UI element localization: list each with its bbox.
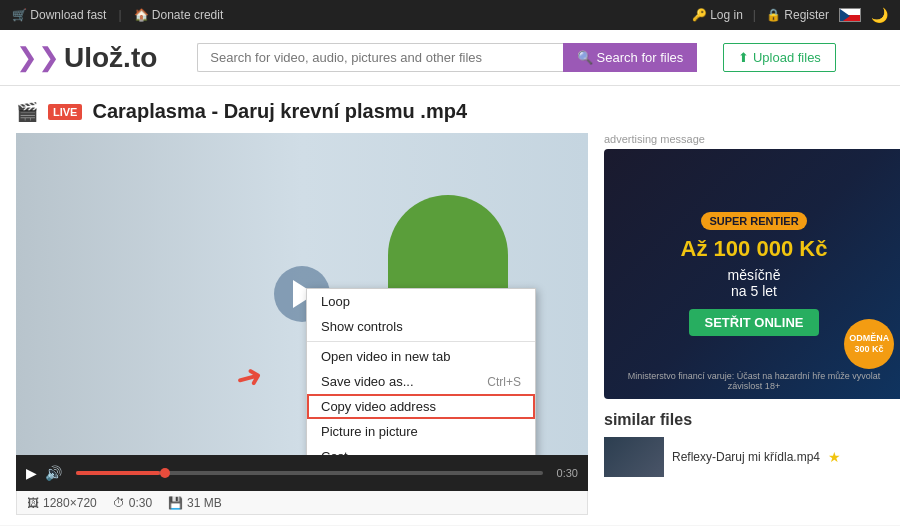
video-info-bar: 🖼 1280×720 ⏱ 0:30 💾 31 MB (16, 491, 588, 515)
ctx-show-controls[interactable]: Show controls (307, 314, 535, 339)
duration-info: ⏱ 0:30 (113, 496, 152, 510)
search-button[interactable]: 🔍 Search for files (563, 43, 697, 72)
video-area: ➜ Loop Show controls Open video in new t… (16, 133, 588, 515)
ad-title: Až 100 000 Kč (681, 236, 828, 262)
top-bar-left: 🛒 Download fast | 🏠 Donate credit (12, 8, 223, 22)
size-info: 💾 31 MB (168, 496, 222, 510)
ad-banner[interactable]: SUPER RENTIER Až 100 000 Kč měsíčněna 5 … (604, 149, 900, 399)
ctx-cast[interactable]: Cast... (307, 444, 535, 455)
live-badge: LIVE (48, 104, 82, 120)
ad-content: Až 100 000 Kč měsíčněna 5 let SETŘIT ONL… (681, 236, 828, 335)
progress-bar[interactable] (76, 471, 543, 475)
ctx-copy-address[interactable]: Copy video address (307, 394, 535, 419)
download-fast-link[interactable]: 🛒 Download fast (12, 8, 106, 22)
sidebar: advertising message SUPER RENTIER Až 100… (604, 133, 900, 515)
volume-button[interactable]: 🔊 (45, 465, 62, 481)
ctx-save-video[interactable]: Save video as... Ctrl+S (307, 369, 535, 394)
title-row: 🎬 LIVE Caraplasma - Daruj krevní plasmu … (16, 100, 884, 123)
logo-icon: ❯❯ (16, 42, 60, 73)
ad-label: advertising message (604, 133, 900, 145)
ad-reward-badge: ODMĚNA 300 Kč (844, 319, 894, 369)
search-bar: 🔍 Search for files (197, 43, 697, 72)
page-title: Caraplasma - Daruj krevní plasmu .mp4 (92, 100, 467, 123)
similar-item[interactable]: Reflexy-Daruj mi křídla.mp4 ★ (604, 437, 900, 477)
ctx-open-new-tab[interactable]: Open video in new tab (307, 344, 535, 369)
logo-text: Ulož.to (64, 42, 157, 74)
progress-dot (160, 468, 170, 478)
theme-toggle[interactable]: 🌙 (871, 7, 888, 23)
flag-cz-icon[interactable] (839, 8, 861, 22)
site-logo[interactable]: ❯❯ Ulož.to (16, 42, 157, 74)
similar-title: similar files (604, 411, 900, 429)
play-pause-button[interactable]: ▶ (26, 465, 37, 481)
donate-credit-link[interactable]: 🏠 Donate credit (134, 8, 224, 22)
similar-filename: Reflexy-Daruj mi křídla.mp4 (672, 450, 820, 464)
register-link[interactable]: 🔒 Register (766, 8, 829, 22)
search-input[interactable] (197, 43, 563, 72)
similar-section: similar files Reflexy-Daruj mi křídla.mp… (604, 411, 900, 477)
top-bar-right: 🔑 Log in | 🔒 Register 🌙 (692, 7, 888, 23)
ad-subtitle: měsíčněna 5 let (681, 267, 828, 299)
similar-star-icon[interactable]: ★ (828, 449, 841, 465)
similar-thumbnail (604, 437, 664, 477)
top-bar: 🛒 Download fast | 🏠 Donate credit 🔑 Log … (0, 0, 900, 30)
main-layout: ➜ Loop Show controls Open video in new t… (16, 133, 884, 515)
ad-disclaimer: Ministerstvo financí varuje: Účast na ha… (604, 371, 900, 391)
ctx-loop[interactable]: Loop (307, 289, 535, 314)
resolution-info: 🖼 1280×720 (27, 496, 97, 510)
site-header: ❯❯ Ulož.to 🔍 Search for files ⬆ Upload f… (0, 30, 900, 86)
ctx-pip[interactable]: Picture in picture (307, 419, 535, 444)
time-display: 0:30 (557, 467, 578, 479)
ad-cta-button[interactable]: SETŘIT ONLINE (689, 309, 820, 336)
video-controls: ▶ 🔊 0:30 (16, 455, 588, 491)
login-link[interactable]: 🔑 Log in (692, 8, 743, 22)
video-player[interactable]: ➜ Loop Show controls Open video in new t… (16, 133, 588, 455)
upload-button[interactable]: ⬆ Upload files (723, 43, 836, 72)
progress-fill (76, 471, 160, 475)
film-icon: 🎬 (16, 101, 38, 123)
ad-product-name: SUPER RENTIER (701, 212, 806, 230)
context-menu: Loop Show controls Open video in new tab… (306, 288, 536, 455)
page-content: 🎬 LIVE Caraplasma - Daruj krevní plasmu … (0, 86, 900, 525)
